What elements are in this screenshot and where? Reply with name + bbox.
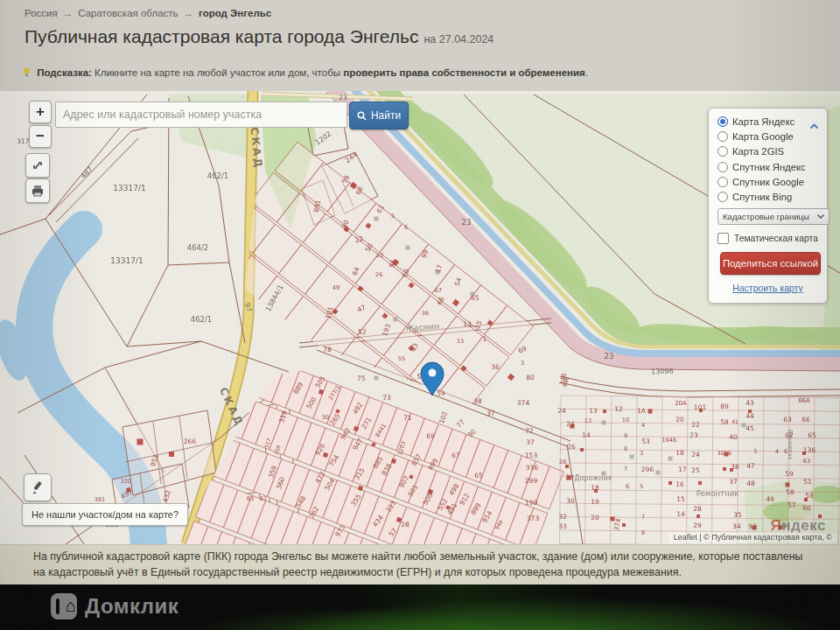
map-label: 20А xyxy=(675,400,687,407)
map-label: 36 xyxy=(491,363,500,371)
fullscreen-icon xyxy=(31,158,45,172)
map-label: 462/1 xyxy=(207,172,229,180)
zoom-in-button[interactable]: + xyxy=(29,101,52,123)
map-label: 25 xyxy=(691,466,700,474)
map-label: 63 xyxy=(803,458,810,465)
map-label: 24 xyxy=(691,451,700,458)
map-label: 22 xyxy=(691,421,700,429)
map-label: 13 xyxy=(589,407,598,415)
map-label: 381 xyxy=(94,496,105,503)
zoom-out-button[interactable]: − xyxy=(29,125,52,148)
hint-label: Подсказка: xyxy=(37,67,92,78)
domclick-logo-text: Домклик xyxy=(85,594,178,619)
map-label: 26 xyxy=(567,443,576,451)
radio-icon[interactable] xyxy=(718,146,728,157)
page: Россия→Саратовская область→город Энгельс… xyxy=(0,0,840,584)
map-label: 4 xyxy=(775,448,779,455)
map-label: 37 xyxy=(729,478,738,486)
radio-icon[interactable] xyxy=(718,177,728,187)
layer-option-label: Карта 2GIS xyxy=(732,146,784,157)
hint-bold: проверить права собственности и обремене… xyxy=(343,67,585,78)
layer-option-5[interactable]: Спутник Bing xyxy=(718,192,827,202)
map-label: 40 xyxy=(729,433,738,441)
map-label: 45 xyxy=(746,424,754,432)
chevron-down-icon xyxy=(817,214,824,219)
map-label: 66 xyxy=(802,416,810,424)
map-label: 48 xyxy=(746,480,755,487)
map-label: 28 xyxy=(401,521,410,528)
map-label: 67 xyxy=(452,452,460,459)
share-link-button[interactable]: Поделиться ссылкой xyxy=(720,252,821,275)
map-label: 57 xyxy=(788,501,796,509)
map-label: 23 xyxy=(462,218,472,227)
map-label: 30 xyxy=(566,497,575,505)
boundaries-select[interactable]: Кадастровые границы xyxy=(718,208,830,225)
map-label: 33 xyxy=(558,522,567,530)
map-label: 52 xyxy=(358,328,367,336)
domclick-brand: Домклик xyxy=(51,593,178,620)
map-label: 153 xyxy=(525,452,538,459)
map-label: 10 xyxy=(622,416,629,424)
radio-icon[interactable] xyxy=(718,116,728,127)
layer-option-4[interactable]: Спутник Google xyxy=(718,177,827,187)
domclick-logo-icon xyxy=(51,593,77,620)
map-label: 7 xyxy=(624,466,627,472)
map-label: 29 xyxy=(565,473,574,481)
radio-icon[interactable] xyxy=(718,131,728,142)
breadcrumb-region[interactable]: Саратовская область xyxy=(78,8,178,18)
hint-text: Кликните на карте на любой участок или д… xyxy=(94,67,340,78)
map-date: на 27.04.2024 xyxy=(424,33,494,46)
map-label: 55 xyxy=(398,355,405,362)
not-found-button[interactable]: Не нашли участок/дом на карте? xyxy=(22,503,188,526)
layer-option-label: Спутник Яндекс xyxy=(732,162,806,172)
map-label: 26 xyxy=(375,271,382,278)
map-label: 462/1 xyxy=(191,315,213,324)
map-label: 13317/1 xyxy=(113,184,145,192)
map-label: 20 xyxy=(591,514,599,522)
map-label: 29 xyxy=(693,522,702,529)
map-label: 3 xyxy=(521,360,524,367)
map-label: 53 xyxy=(805,492,814,500)
map-label: 5 xyxy=(640,483,643,490)
map-label: 35 xyxy=(733,511,742,519)
map-label: 336 xyxy=(526,464,539,472)
map-label: 34 xyxy=(732,522,741,530)
thematic-map-checkbox[interactable] xyxy=(718,233,729,244)
map-label: 38 xyxy=(473,397,482,405)
breadcrumb-country[interactable]: Россия xyxy=(24,8,58,18)
map-label: 51 xyxy=(803,478,812,486)
map-label: 23 xyxy=(339,94,347,102)
map-label: 23 xyxy=(690,431,698,439)
search-button[interactable]: Найти xyxy=(349,102,409,130)
print-button[interactable] xyxy=(25,178,50,203)
map-label: 38 xyxy=(731,463,739,471)
measure-button[interactable] xyxy=(24,473,52,501)
map-label: 75 xyxy=(357,374,366,382)
layer-option-2[interactable]: Карта 2GIS xyxy=(718,146,827,157)
radio-icon[interactable] xyxy=(718,162,728,172)
map-canvas[interactable]: 317/248713317/1462/1464/213317/1462/1138… xyxy=(0,91,840,544)
map-label: 24 xyxy=(566,420,575,428)
map-label: 299 xyxy=(525,477,538,485)
printer-icon xyxy=(31,184,45,198)
layers-panel: Карта ЯндексКарта GoogleКарта 2GISСпутни… xyxy=(708,108,828,304)
map-label: 32 xyxy=(558,513,567,521)
layer-option-3[interactable]: Спутник Яндекс xyxy=(718,162,827,172)
breadcrumb-city: город Энгельс xyxy=(199,8,271,18)
thematic-map-checkbox-row[interactable]: Тематическая карта xyxy=(718,233,827,244)
layer-option-label: Спутник Bing xyxy=(732,192,792,202)
map-label: 136 xyxy=(803,446,816,454)
map-label: 80 xyxy=(526,374,535,382)
map-label: 37 xyxy=(526,438,535,446)
map-label: Ремонтник xyxy=(696,489,739,498)
collapse-panel-icon[interactable] xyxy=(809,117,819,133)
map-attribution[interactable]: Leaflet | © Публичная кадастровая карта,… xyxy=(669,532,836,542)
search-bar: Найти xyxy=(55,102,409,130)
map-label: 58 xyxy=(720,418,729,426)
fullscreen-button[interactable] xyxy=(25,153,50,178)
map-label: 296 xyxy=(641,466,654,473)
radio-icon[interactable] xyxy=(718,192,728,202)
map-label: 13096 xyxy=(651,368,674,376)
configure-map-link[interactable]: Настроить карту xyxy=(718,283,818,293)
search-input[interactable] xyxy=(55,102,347,128)
